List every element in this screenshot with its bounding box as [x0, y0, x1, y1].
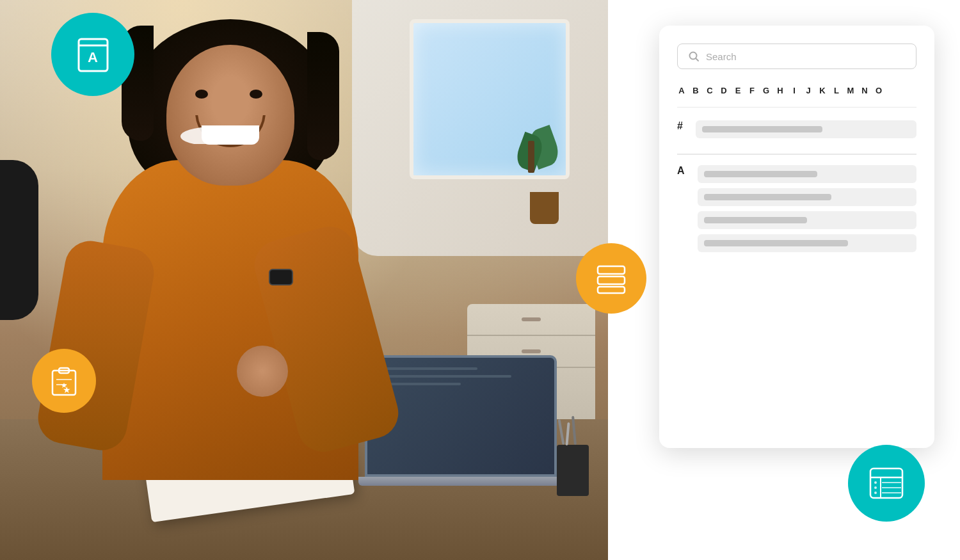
- search-glossary-card: Search A B C D E F G H I J K L M N O #: [659, 26, 934, 448]
- decorative-left-edge: [0, 160, 38, 320]
- list-item[interactable]: [698, 165, 916, 183]
- section-divider: [677, 154, 916, 155]
- svg-rect-9: [598, 266, 625, 274]
- database-layers-icon: [593, 260, 630, 297]
- section-header-hash: #: [677, 120, 683, 132]
- alpha-O[interactable]: O: [874, 84, 883, 97]
- svg-line-22: [696, 58, 698, 61]
- list-item[interactable]: [696, 120, 916, 138]
- content-table-icon-circle: [848, 445, 925, 522]
- search-placeholder: Search: [706, 51, 906, 62]
- dictionary-book-icon: A: [72, 34, 114, 76]
- alpha-J[interactable]: J: [804, 84, 813, 97]
- alpha-K[interactable]: K: [818, 84, 827, 97]
- list-item[interactable]: [698, 188, 916, 206]
- database-layers-icon-circle: [576, 243, 646, 314]
- page-scene: A ★: [0, 0, 960, 560]
- alpha-E[interactable]: E: [733, 84, 742, 97]
- alpha-D[interactable]: D: [719, 84, 728, 97]
- search-bar[interactable]: Search: [677, 44, 916, 69]
- svg-text:A: A: [88, 49, 98, 65]
- alpha-A[interactable]: A: [677, 84, 686, 97]
- search-icon: [688, 51, 700, 62]
- checklist-star-icon: ★: [47, 364, 81, 397]
- alpha-N[interactable]: N: [860, 84, 869, 97]
- alpha-H[interactable]: H: [776, 84, 785, 97]
- glossary-section-a: A: [677, 165, 916, 257]
- alpha-F[interactable]: F: [748, 84, 756, 97]
- checklist-star-icon-circle: ★: [32, 349, 96, 413]
- section-header-a: A: [677, 165, 685, 177]
- svg-text:★: ★: [63, 385, 71, 395]
- svg-rect-11: [598, 287, 625, 293]
- alpha-L[interactable]: L: [832, 84, 841, 97]
- alpha-B[interactable]: B: [691, 84, 700, 97]
- alpha-G[interactable]: G: [762, 84, 771, 97]
- svg-point-18: [874, 481, 877, 484]
- alphabet-navigation: A B C D E F G H I J K L M N O: [677, 84, 916, 108]
- list-item[interactable]: [698, 211, 916, 229]
- dictionary-icon-circle: A: [51, 13, 134, 96]
- content-table-icon: [867, 463, 906, 503]
- svg-point-19: [874, 486, 877, 489]
- list-item[interactable]: [698, 234, 916, 252]
- glossary-section-hash: #: [677, 120, 916, 143]
- alpha-C[interactable]: C: [705, 84, 714, 97]
- svg-point-20: [874, 492, 877, 494]
- alpha-M[interactable]: M: [846, 84, 855, 97]
- svg-rect-10: [598, 276, 625, 284]
- alpha-I[interactable]: I: [790, 84, 799, 97]
